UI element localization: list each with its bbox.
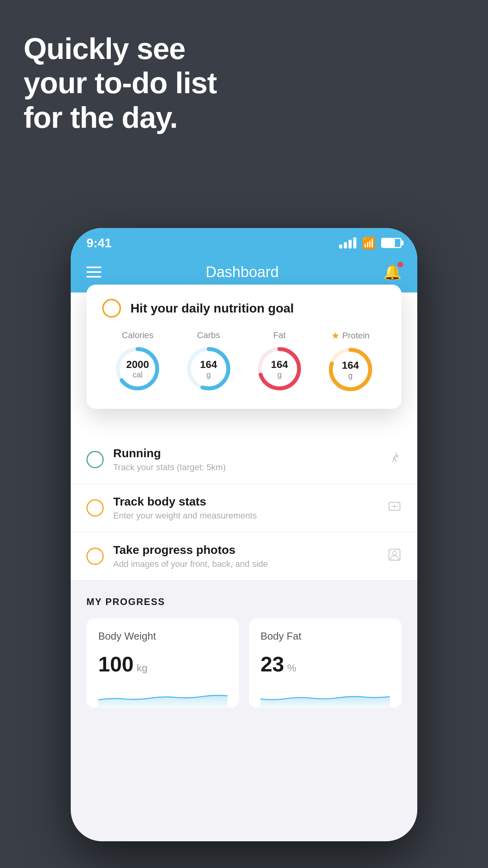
fat-label: Fat [273, 330, 286, 340]
body-weight-value: 100 [98, 652, 134, 676]
todo-item-photos[interactable]: Take progress photos Add images of your … [71, 532, 417, 581]
nutrition-row: Calories 2000 cal Carbs [102, 330, 386, 393]
task-checkbox[interactable] [102, 299, 121, 318]
todo-text-running: Running Track your stats (target: 5km) [113, 447, 378, 473]
todo-list: Running Track your stats (target: 5km) T… [71, 436, 417, 581]
scale-icon [387, 499, 402, 517]
calories-value: 2000 [126, 359, 149, 370]
person-icon [387, 548, 402, 565]
notification-bell[interactable]: 🔔 [383, 263, 402, 281]
protein-label: ★ Protein [331, 330, 370, 341]
nutrition-carbs: Carbs 164 g [185, 330, 232, 392]
calories-label: Calories [122, 330, 154, 340]
nutrition-calories: Calories 2000 cal [114, 330, 161, 392]
phone-shell: 9:41 📶 Dashboard 🔔 THINGS TO DO TODAY [71, 228, 417, 841]
todo-checkbox-photos[interactable] [86, 548, 104, 565]
notification-dot [398, 262, 403, 267]
progress-section-label: MY PROGRESS [86, 596, 402, 607]
content-area: THINGS TO DO TODAY Hit your daily nutrit… [71, 292, 417, 727]
nutrition-protein: ★ Protein 164 g [327, 330, 374, 393]
protein-ring: 164 g [327, 346, 374, 393]
todo-item-running[interactable]: Running Track your stats (target: 5km) [71, 436, 417, 484]
carbs-ring: 164 g [185, 345, 232, 392]
calories-ring: 2000 cal [114, 345, 161, 392]
body-weight-unit: kg [137, 662, 147, 674]
nutrition-fat: Fat 164 g [256, 330, 303, 392]
todo-title-photos: Take progress photos [113, 543, 378, 557]
todo-checkbox-bodystats[interactable] [86, 499, 104, 517]
protein-unit: g [342, 371, 359, 379]
todo-text-bodystats: Track body stats Enter your weight and m… [113, 495, 378, 521]
body-fat-chart [261, 684, 390, 708]
battery-icon [381, 238, 402, 248]
todo-title-running: Running [113, 447, 378, 460]
star-icon: ★ [331, 330, 340, 341]
fat-value: 164 [271, 359, 288, 370]
nutrition-card: Hit your daily nutrition goal Calories 2… [86, 285, 402, 409]
body-fat-card: Body Fat 23 % [249, 618, 402, 708]
running-icon [387, 451, 402, 469]
wifi-icon: 📶 [362, 237, 376, 250]
protein-value: 164 [342, 360, 359, 371]
body-fat-unit: % [287, 662, 296, 674]
body-fat-value: 23 [261, 652, 284, 676]
body-weight-chart [98, 684, 227, 708]
todo-item-bodystats[interactable]: Track body stats Enter your weight and m… [71, 484, 417, 532]
body-fat-title: Body Fat [261, 630, 390, 642]
hamburger-menu[interactable] [86, 267, 101, 278]
todo-subtitle-running: Track your stats (target: 5km) [113, 462, 378, 473]
progress-cards: Body Weight 100 kg [86, 618, 402, 708]
status-time: 9:41 [86, 236, 112, 250]
carbs-label: Carbs [197, 330, 220, 340]
carbs-unit: g [200, 370, 217, 379]
todo-checkbox-running[interactable] [86, 451, 104, 468]
nutrition-card-title: Hit your daily nutrition goal [130, 301, 294, 316]
carbs-value: 164 [200, 359, 217, 370]
todo-text-photos: Take progress photos Add images of your … [113, 543, 378, 569]
page-title: Dashboard [206, 264, 279, 281]
fat-ring: 164 g [256, 345, 303, 392]
body-weight-card: Body Weight 100 kg [86, 618, 239, 708]
todo-subtitle-bodystats: Enter your weight and measurements [113, 511, 378, 521]
body-weight-title: Body Weight [98, 630, 227, 642]
status-bar: 9:41 📶 [71, 228, 417, 256]
headline: Quickly see your to-do list for the day. [24, 31, 217, 134]
calories-unit: cal [126, 370, 149, 379]
progress-section: MY PROGRESS Body Weight 100 kg [71, 581, 417, 727]
status-icons: 📶 [339, 237, 402, 250]
todo-subtitle-photos: Add images of your front, back, and side [113, 559, 378, 569]
signal-icon [339, 237, 356, 248]
svg-point-10 [393, 551, 396, 555]
fat-unit: g [271, 370, 288, 379]
todo-title-bodystats: Track body stats [113, 495, 378, 508]
